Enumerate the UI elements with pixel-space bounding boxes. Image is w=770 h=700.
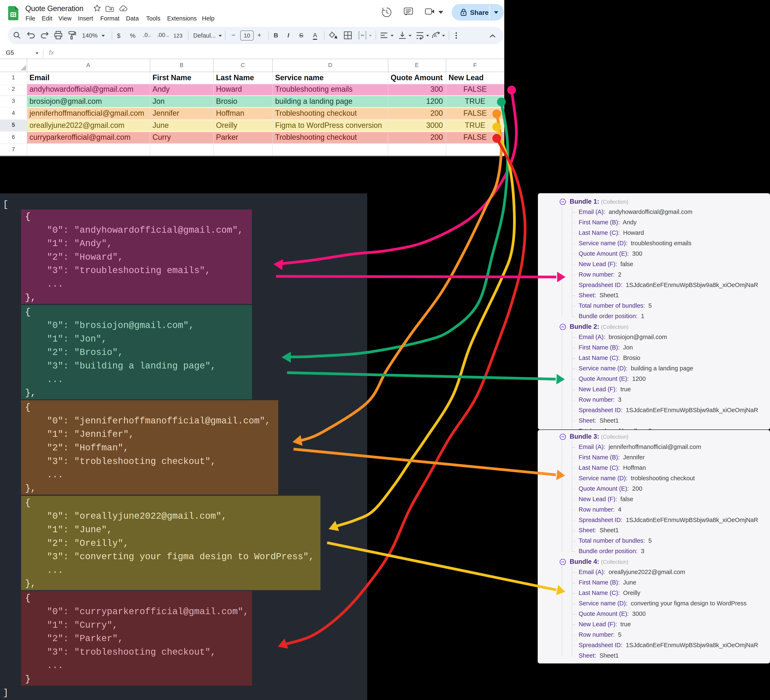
svg-text:A: A [434,33,437,38]
